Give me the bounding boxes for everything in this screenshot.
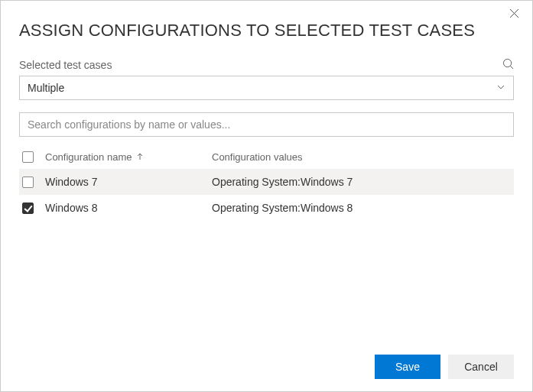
dialog-footer: Save Cancel [19,347,514,379]
selected-cases-header-row: Selected test cases [19,59,514,71]
search-icon [502,58,514,73]
sort-asc-icon [136,151,144,163]
row-name: Windows 7 [45,176,212,188]
save-button[interactable]: Save [375,355,440,379]
table-row[interactable]: Windows 7 Operating System:Windows 7 [19,169,514,195]
table-row[interactable]: Windows 8 Operating System:Windows 8 [19,195,514,221]
cancel-button[interactable]: Cancel [448,355,514,379]
row-values: Operating System:Windows 7 [212,176,514,188]
header-values-label: Configuration values [212,151,303,163]
selected-cases-label: Selected test cases [19,59,112,71]
selected-cases-value: Multiple [28,82,64,94]
search-button[interactable] [502,59,514,71]
svg-line-3 [510,66,513,69]
svg-point-2 [503,59,511,66]
row-checkbox[interactable] [22,202,34,214]
chevron-down-icon [496,81,505,95]
search-configurations-box[interactable] [19,112,514,137]
header-checkbox-cell [19,151,45,163]
table-header: Configuration name Configuration values [19,144,514,169]
assign-configurations-dialog: ASSIGN CONFIGURATIONS TO SELECTED TEST C… [0,0,533,392]
configurations-table: Configuration name Configuration values … [19,144,514,221]
search-configurations-input[interactable] [28,118,505,131]
close-button[interactable] [506,7,522,22]
row-checkbox[interactable] [22,177,34,188]
row-values: Operating System:Windows 8 [212,202,514,214]
close-icon [509,8,519,21]
selected-cases-dropdown[interactable]: Multiple [19,76,514,100]
select-all-checkbox[interactable] [22,151,34,163]
header-name[interactable]: Configuration name [45,151,212,163]
header-values[interactable]: Configuration values [212,151,514,163]
dialog-title: ASSIGN CONFIGURATIONS TO SELECTED TEST C… [19,21,514,40]
header-name-label: Configuration name [45,151,132,163]
row-name: Windows 8 [45,202,212,214]
